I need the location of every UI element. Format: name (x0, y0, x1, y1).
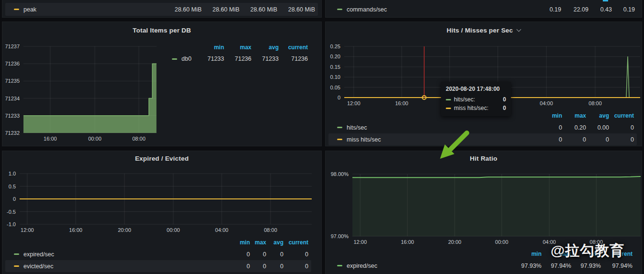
legend-row-hits[interactable]: hits/sec 0 0.20 0.00 0 (328, 121, 637, 133)
legend-value: 0 (250, 251, 266, 258)
series-dash-icon (14, 253, 19, 255)
y-axis-tick-label: 71236 (5, 61, 20, 66)
x-axis-tick-label: 00:00 (88, 136, 102, 142)
panel-hits-misses: Hits / Misses per Sec 0.250.200.150.100.… (325, 22, 642, 146)
tooltip-value: 0 (503, 96, 506, 103)
legend-value: 97.94% (542, 263, 571, 269)
series-dash-icon (337, 265, 342, 266)
dashboard: { "watermark": "@拉勾教育", "legend_headers"… (0, 0, 644, 274)
legend-value: 97.93% (512, 263, 542, 269)
x-axis-tick-label: 12:00 (347, 100, 361, 106)
expired-evicted-chart[interactable]: 1.00.50-0.5-1.012:0016:0020:0000:0004:00… (20, 174, 312, 224)
series-dash-icon (446, 99, 451, 100)
legend-header-avg[interactable]: avg (266, 239, 283, 246)
x-axis-tick-label: 08:00 (264, 227, 277, 233)
legend-header-current[interactable]: current (283, 239, 308, 246)
y-axis-tick-label: 98.00% (331, 171, 349, 177)
panel-title-expired-evicted[interactable]: Expired / Evicted (2, 155, 321, 162)
y-axis-tick-label: 0 (338, 95, 340, 100)
x-axis-tick-label: 12:00 (21, 227, 34, 233)
legend-row-hit-ratio[interactable]: expired/sec 97.93% 97.94% 97.93% 97.94% (328, 260, 635, 272)
panel-title-total-items[interactable]: Total Items per DB (2, 27, 321, 34)
series-name[interactable]: commands/sec (347, 6, 387, 13)
y-axis-tick-label: -1.0 (7, 221, 16, 227)
x-axis-tick-label: 16:00 (395, 100, 408, 106)
y-axis-tick-label: 71235 (5, 78, 20, 84)
watermark: @拉勾教育 (551, 241, 624, 261)
legend-header-min[interactable]: min (231, 239, 250, 246)
tooltip-label: miss hits/sec: (454, 105, 488, 111)
legend-value: 0 (266, 263, 283, 270)
legend-header-max[interactable]: max (250, 239, 266, 246)
x-axis-tick-label: 16:00 (69, 227, 82, 233)
legend-value: 0 (266, 251, 283, 258)
y-axis-tick-label: 71237 (5, 44, 20, 49)
legend-header-min[interactable]: min (512, 251, 542, 257)
legend-row-expired[interactable]: expired/sec 0 0 0 0 (5, 248, 311, 260)
panel-title-hits-misses[interactable]: Hits / Misses per Sec (326, 27, 642, 34)
legend-value: 0 (283, 251, 308, 258)
legend-header-current[interactable]: current (609, 112, 634, 119)
x-axis-tick-label: 16:00 (401, 239, 414, 245)
series-dash-icon (337, 9, 342, 10)
x-axis-tick-label: 20:00 (448, 239, 462, 245)
legend-value: 97.93% (571, 263, 601, 269)
total-items-chart[interactable]: 71237712367123571234712337123216:0000:00… (23, 46, 157, 133)
legend-header-max[interactable]: max (562, 112, 586, 119)
y-axis-tick-label: 0.20 (330, 54, 340, 59)
legend-row-peak[interactable]: peak 28.60 MiB 28.60 MiB 28.60 MiB 28.60… (5, 3, 318, 16)
legend-header-min[interactable]: min (538, 112, 562, 119)
legend-row-miss-hits[interactable]: miss hits/sec 0 0 0 0 (328, 133, 637, 145)
chart-canvas (352, 174, 641, 236)
tooltip-row: hits/sec: 0 (446, 95, 506, 104)
series-name[interactable]: hits/sec (347, 124, 367, 131)
legend-value: 0.00 (586, 124, 609, 131)
x-axis-tick-label: 16:00 (44, 136, 57, 142)
legend-header-avg[interactable]: avg (586, 112, 609, 119)
legend-value: 71233 (251, 55, 279, 62)
legend-value: 71236 (279, 55, 308, 62)
x-axis-tick-label: 20:00 (118, 227, 131, 233)
legend-header-row: min max avg current (5, 236, 311, 248)
expired-evicted-legend: min max avg current expired/sec 0 0 0 0 … (5, 236, 311, 272)
hit-ratio-chart[interactable]: 98.00%97.00%12:0016:0020:0000:0004:0008:… (352, 174, 641, 236)
x-axis-tick-label: 08:00 (132, 136, 146, 142)
legend-row-evicted[interactable]: evicted/sec 0 0 0 0 (5, 260, 311, 272)
legend-value: 97.94% (601, 263, 633, 269)
series-dash-icon (446, 108, 451, 109)
y-axis-tick-label: 0.5 (9, 184, 16, 189)
legend-value: 28.60 MiB (239, 6, 277, 13)
annotation-arrow-icon (432, 130, 471, 166)
legend-row-db0[interactable]: db0 71233 71236 71233 71236 (171, 53, 311, 65)
legend-header-current[interactable]: current (279, 44, 308, 51)
legend-value: 0 (609, 124, 634, 131)
legend-value: 0 (283, 263, 308, 270)
chart-canvas (20, 174, 312, 224)
y-axis-tick-label: 0.15 (330, 64, 340, 70)
graph-tooltip: 2020-08-20 17:48:00 hits/sec: 0 miss hit… (441, 82, 511, 116)
series-name[interactable]: expired/sec (23, 251, 54, 258)
x-axis-tick-label: 00:00 (495, 239, 508, 245)
legend-row-commands[interactable]: commands/sec 0.19 22.09 0.43 0.19 (328, 3, 638, 16)
series-dash-icon (14, 9, 19, 10)
legend-value: 0 (609, 136, 634, 143)
series-name[interactable]: expired/sec (347, 263, 377, 269)
legend-value: 22.09 (561, 6, 588, 13)
panel-title-hit-ratio[interactable]: Hit Ratio (326, 155, 642, 162)
series-name[interactable]: miss hits/sec (347, 136, 381, 143)
series-name[interactable]: db0 (181, 55, 192, 62)
y-axis-tick-label: 71232 (5, 130, 20, 136)
series-name[interactable]: evicted/sec (23, 263, 54, 270)
series-name[interactable]: peak (23, 6, 36, 13)
legend-header-avg[interactable]: avg (251, 44, 279, 51)
series-dash-icon (14, 265, 19, 267)
legend-header-max[interactable]: max (224, 44, 251, 51)
tooltip-label: hits/sec: (454, 96, 475, 103)
legend-value: 0.20 (562, 124, 586, 131)
tooltip-value: 0 (503, 105, 506, 111)
y-axis-tick-label: 97.00% (331, 233, 349, 239)
x-axis-tick-label: 04:00 (540, 100, 553, 106)
legend-header-min[interactable]: min (197, 44, 224, 51)
panel-memory-usage-cutoff: peak 28.60 MiB 28.60 MiB 28.60 MiB 28.60… (2, 0, 322, 18)
x-axis-tick-label: 04:00 (215, 227, 228, 233)
